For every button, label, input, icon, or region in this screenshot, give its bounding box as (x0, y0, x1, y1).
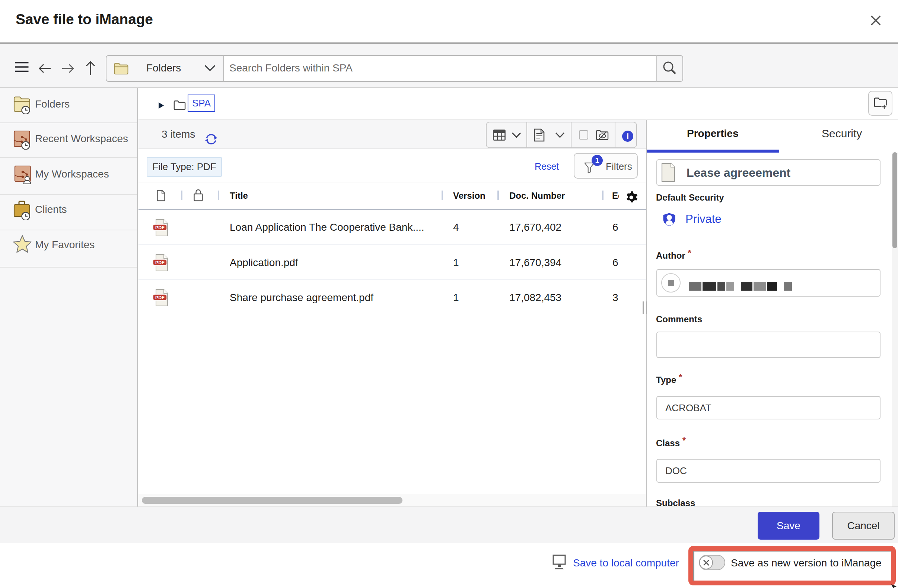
svg-text:PDF: PDF (155, 225, 165, 230)
svg-text:PDF: PDF (155, 260, 165, 266)
svg-text:PDF: PDF (155, 295, 165, 300)
